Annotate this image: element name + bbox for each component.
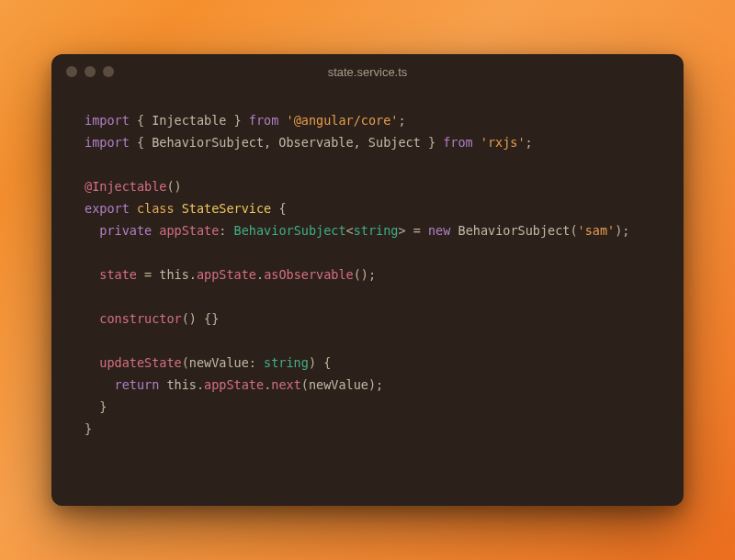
token-space bbox=[175, 201, 182, 216]
token-indent bbox=[85, 377, 115, 392]
token-this: this bbox=[159, 267, 189, 282]
token-punct: ); bbox=[615, 223, 629, 238]
token-property: appState bbox=[204, 377, 264, 392]
token-punct: } bbox=[85, 421, 92, 436]
token-punct: { bbox=[130, 135, 152, 150]
token-keyword: new bbox=[428, 223, 450, 238]
token-punct: } bbox=[226, 113, 248, 128]
token-indent bbox=[85, 311, 99, 326]
token-indent bbox=[85, 399, 99, 414]
token-punct: > bbox=[398, 223, 405, 238]
token-punct: } bbox=[421, 135, 443, 150]
token-keyword: return bbox=[115, 377, 160, 392]
window-controls bbox=[66, 66, 114, 77]
token-punct: ) { bbox=[309, 355, 331, 370]
token-string: 'rxjs' bbox=[481, 135, 526, 150]
token-decorator: @Injectable bbox=[85, 179, 166, 194]
token-punct: { bbox=[271, 201, 286, 216]
code-window: state.service.ts import { Injectable } f… bbox=[51, 54, 684, 506]
token-type: string bbox=[264, 355, 309, 370]
token-keyword: private bbox=[99, 223, 152, 238]
minimize-icon[interactable] bbox=[85, 66, 96, 77]
token-method: asObservable bbox=[264, 267, 354, 282]
token-param: newValue bbox=[309, 377, 368, 392]
token-punct: = bbox=[137, 267, 159, 282]
titlebar: state.service.ts bbox=[51, 54, 684, 89]
token-type: string bbox=[354, 223, 399, 238]
token-punct: < bbox=[346, 223, 354, 238]
token-ident: BehaviorSubject, Observable, Subject bbox=[152, 135, 421, 150]
token-punct: ( bbox=[301, 377, 309, 392]
token-punct: = bbox=[406, 223, 428, 238]
token-method: updateState bbox=[99, 355, 181, 370]
token-string: '@angular/core' bbox=[287, 113, 399, 128]
token-property: appState bbox=[159, 223, 219, 238]
token-indent bbox=[85, 355, 99, 370]
token-type: BehaviorSubject bbox=[234, 223, 346, 238]
token-string: 'sam' bbox=[578, 223, 616, 238]
token-keyword: from bbox=[443, 135, 473, 150]
token-punct: ( bbox=[570, 223, 577, 238]
window-title: state.service.ts bbox=[51, 65, 684, 79]
token-punct: . bbox=[256, 267, 264, 282]
maximize-icon[interactable] bbox=[103, 66, 114, 77]
token-this: this bbox=[166, 377, 197, 392]
token-punct: { bbox=[130, 113, 152, 128]
token-method: constructor bbox=[99, 311, 181, 326]
token-space bbox=[278, 113, 286, 128]
token-keyword: import bbox=[85, 135, 130, 150]
token-space bbox=[473, 135, 481, 150]
token-punct: ( bbox=[182, 355, 189, 370]
token-keyword: from bbox=[249, 113, 279, 128]
token-punct: (); bbox=[354, 267, 376, 282]
token-punct: ; bbox=[526, 135, 533, 150]
token-punct: . bbox=[197, 377, 204, 392]
token-punct: } bbox=[99, 399, 107, 414]
token-punct: : bbox=[249, 355, 264, 370]
token-classname: StateService bbox=[182, 201, 272, 216]
token-punct: ); bbox=[368, 377, 383, 392]
code-content: import { Injectable } from '@angular/cor… bbox=[51, 89, 684, 506]
token-property: state bbox=[99, 267, 137, 282]
close-icon[interactable] bbox=[66, 66, 77, 77]
token-keyword: import bbox=[85, 113, 130, 128]
token-punct: . bbox=[189, 267, 197, 282]
token-keyword: class bbox=[137, 201, 175, 216]
token-ident: BehaviorSubject bbox=[458, 223, 571, 238]
token-ident: Injectable bbox=[152, 113, 226, 128]
token-method: next bbox=[271, 377, 301, 392]
token-property: appState bbox=[197, 267, 256, 282]
token-punct: ; bbox=[398, 113, 405, 128]
token-punct: () {} bbox=[182, 311, 220, 326]
token-indent bbox=[85, 223, 99, 238]
token-punct: : bbox=[219, 223, 233, 238]
token-param: newValue bbox=[189, 355, 249, 370]
token-indent bbox=[85, 267, 99, 282]
token-space bbox=[450, 223, 458, 238]
token-punct: () bbox=[166, 179, 181, 194]
token-space bbox=[130, 201, 137, 216]
token-keyword: export bbox=[85, 201, 130, 216]
